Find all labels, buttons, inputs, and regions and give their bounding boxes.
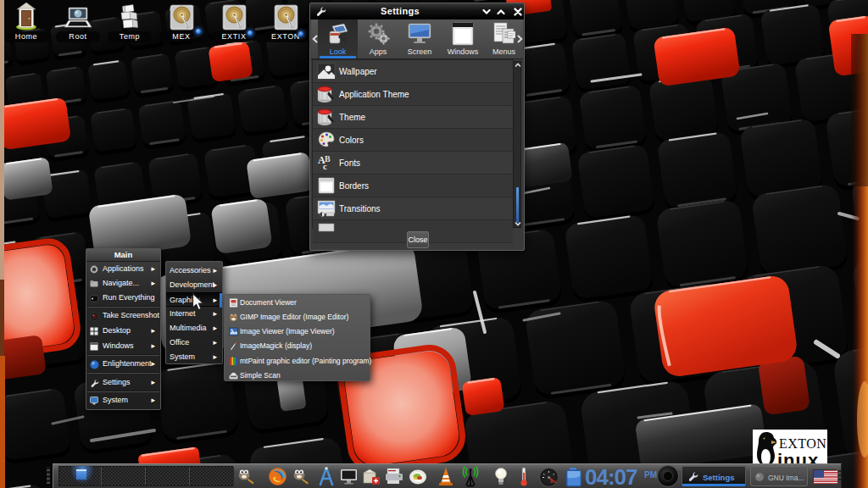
svg-text:100: 100 [550,480,556,484]
svg-text:c: c [323,161,327,171]
